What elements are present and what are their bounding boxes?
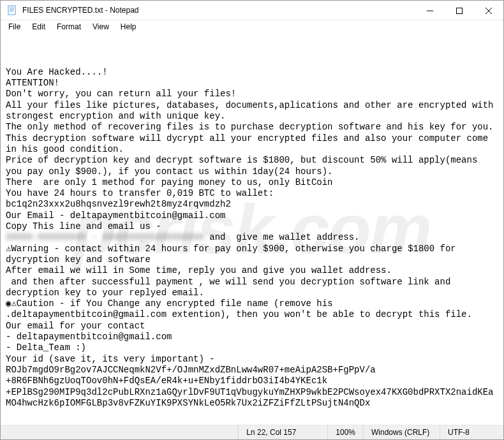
status-position: Ln 22, Col 157	[238, 425, 327, 439]
notepad-window: FILES ENCRYPTED.txt - Notepad File Edit …	[0, 0, 504, 440]
close-button[interactable]	[474, 1, 503, 20]
menu-edit[interactable]: Edit	[27, 22, 50, 32]
menubar: File Edit Format View Help	[1, 20, 503, 33]
notepad-icon	[7, 5, 17, 15]
maximize-button[interactable]	[445, 1, 474, 20]
menu-help[interactable]: Help	[115, 22, 142, 32]
svg-rect-6	[457, 8, 463, 13]
menu-view[interactable]: View	[87, 22, 114, 32]
titlebar[interactable]: FILES ENCRYPTED.txt - Notepad	[1, 1, 503, 20]
text-area[interactable]: pcrisk.com You Are Hacked....! ATTENTION…	[1, 33, 503, 425]
menu-file[interactable]: File	[3, 22, 26, 32]
status-zoom: 100%	[327, 425, 363, 439]
window-controls	[415, 1, 503, 20]
minimize-button[interactable]	[415, 1, 445, 20]
status-encoding: UTF-8	[440, 425, 503, 439]
redacted-text: XXXXX-XXXXXXXXX - XXXXXXXXXXXXXXXXXXX	[6, 232, 204, 242]
statusbar: Ln 22, Col 157 100% Windows (CRLF) UTF-8	[1, 425, 503, 439]
status-lineending: Windows (CRLF)	[363, 425, 440, 439]
window-title: FILES ENCRYPTED.txt - Notepad	[22, 6, 415, 15]
menu-format[interactable]: Format	[52, 22, 86, 32]
document-text: You Are Hacked....! ATTENTION! Don't wor…	[6, 67, 498, 409]
